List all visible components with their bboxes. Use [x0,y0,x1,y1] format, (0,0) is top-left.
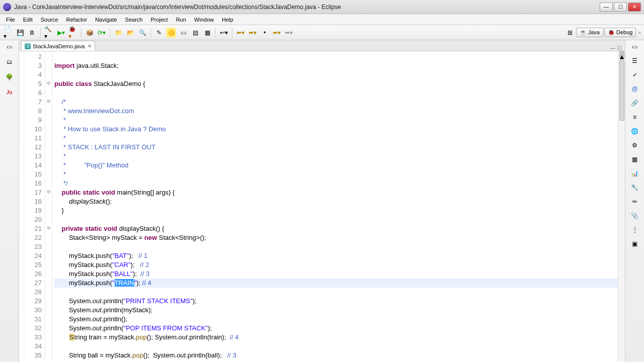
menu-search[interactable]: Search [121,16,147,24]
left-trim: ▭ 🗂 🌳 Ju [0,40,19,362]
menu-navigate[interactable]: Navigate [91,16,121,24]
maximize-editor-icon[interactable]: ☐ [617,45,622,51]
perspective-java[interactable]: ☕ Java [576,28,603,37]
menu-window[interactable]: Window [190,16,218,24]
minimize-editor-icon[interactable]: — [610,45,615,51]
scroll-up-icon[interactable]: ▴ [619,51,624,59]
save-all-icon[interactable]: 🗎 [27,28,37,38]
tab-stackjavademo[interactable]: J StackJavaDemo.java ✕ [21,41,95,51]
java-file-icon: J [25,43,31,49]
link-icon[interactable]: 🔗 [630,99,639,108]
new-package-icon[interactable]: 📦 [85,28,95,38]
line-numbers: 2345678910111213141516171819202122232425… [24,51,45,362]
code-editor[interactable]: 2345678910111213141516171819202122232425… [19,51,625,362]
tab-label: StackJavaDemo.java [33,43,85,49]
window-title: Java - CoreJavaInterview-InterviewDot/sr… [14,4,600,11]
list-icon[interactable]: ≡ [630,113,639,122]
overview-ruler[interactable]: ▴ [618,51,625,362]
more-perspectives-icon[interactable]: » [638,30,641,35]
square-icon[interactable]: ▣ [630,239,639,248]
scrollbar-thumb[interactable] [619,60,624,121]
package-explorer-icon[interactable]: 🗂 [5,57,14,66]
title-bar: Java - CoreJavaInterview-InterviewDot/sr… [0,0,644,14]
workspace: ▭ 🗂 🌳 Ju J StackJavaDemo.java ✕ — ☐ 2345… [0,40,644,362]
grid-icon[interactable]: ▦ [630,155,639,164]
outline-icon[interactable]: ☰ [630,56,639,65]
restore-right-icon[interactable]: ▭ [630,42,639,51]
menu-refactor[interactable]: Refactor [62,16,92,24]
menu-help[interactable]: Help [218,16,237,24]
separator [215,28,216,38]
open-perspective-icon[interactable]: ⊞ [565,28,575,38]
separator [81,28,82,38]
prev-annotation-icon[interactable]: ↩▾ [219,28,229,38]
last-edit-icon[interactable]: ⬅▾ [235,28,246,38]
restore-icon[interactable]: ▭ [5,42,14,51]
menu-run[interactable]: Run [172,16,190,24]
show-whitespace-icon[interactable]: ▤ [190,28,200,38]
minimize-button[interactable]: — [600,3,613,12]
more-icon[interactable]: ⋮ [630,225,639,234]
menu-bar: File Edit Source Refactor Navigate Searc… [0,14,644,25]
eclipse-icon [3,3,11,11]
right-trim: ▭ ☰ ✓ @ 🔗 ≡ 🌐 ⚙ ▦ 📊 🔧 ✏ 📎 ⋮ ▣ [625,40,644,362]
folding-ruler[interactable]: ⊖⊖⊖⊖ [45,51,52,362]
menu-project[interactable]: Project [146,16,172,24]
separator [150,28,151,38]
separator [110,28,110,38]
pencil-icon[interactable]: ✏ [630,197,639,206]
type-hierarchy-icon[interactable]: 🌳 [5,72,14,81]
open-type-icon[interactable]: 📁 [113,28,123,38]
new-icon[interactable]: 📄▾ [3,28,13,38]
show-chars-icon[interactable]: ▦ [202,28,212,38]
menu-file[interactable]: File [2,16,19,24]
maximize-button[interactable]: ☐ [614,3,627,12]
close-tab-icon[interactable]: ✕ [88,43,92,49]
next-annotation-icon[interactable]: ➡▾ [248,28,258,38]
menu-edit[interactable]: Edit [19,16,37,24]
close-button[interactable]: ✕ [628,3,641,12]
back-history-icon[interactable]: ⬅▾ [272,28,282,38]
junit-icon[interactable]: Ju [5,87,14,97]
editor-area: J StackJavaDemo.java ✕ — ☐ 2345678910111… [19,40,625,362]
toggle-mark-icon[interactable]: ✎ [154,28,164,38]
separator [232,28,232,38]
ext-tools-icon[interactable]: 🐞▾ [68,28,78,38]
settings-icon[interactable]: 🔧 [630,183,639,192]
open-task-icon[interactable]: 📂 [125,28,135,38]
block-sel-icon[interactable]: ▭ [178,28,188,38]
highlight-icon[interactable]: 🟡 [166,28,176,38]
globe-icon[interactable]: 🌐 [630,127,639,136]
chart-icon[interactable]: 📊 [630,169,639,178]
perspective-debug[interactable]: 🐞 Debug [604,28,636,37]
save-icon[interactable]: 💾 [15,28,25,38]
forward-history-icon[interactable]: ➡▾ [284,28,294,38]
back-icon[interactable]: • [260,28,270,38]
editor-tabs: J StackJavaDemo.java ✕ — ☐ [19,40,625,51]
gear-icon[interactable]: ⚙ [630,141,639,150]
debug-dropdown-icon[interactable]: 🔨▾ [44,28,54,38]
menu-source[interactable]: Source [37,16,62,24]
search-icon[interactable]: 🔍 [137,28,147,38]
clip-icon[interactable]: 📎 [630,211,639,220]
window-controls: — ☐ ✕ [600,3,641,12]
at-icon[interactable]: @ [630,84,639,94]
run-dropdown-icon[interactable]: ▶▾ [56,28,66,38]
marker-bar [19,51,24,362]
perspective-switcher: ⊞ ☕ Java 🐞 Debug » [565,28,641,38]
tool-bar: 📄▾ 💾 🗎 🔨▾ ▶▾ 🐞▾ 📦 ⟳▾ 📁 📂 🔍 ✎ 🟡 ▭ ▤ ▦ ↩▾ … [0,25,644,40]
new-type-icon[interactable]: ⟳▾ [97,28,107,38]
task-list-icon[interactable]: ✓ [630,70,639,79]
separator [40,28,41,38]
code-content[interactable]: import java.util.Stack; public class Sta… [52,51,618,362]
